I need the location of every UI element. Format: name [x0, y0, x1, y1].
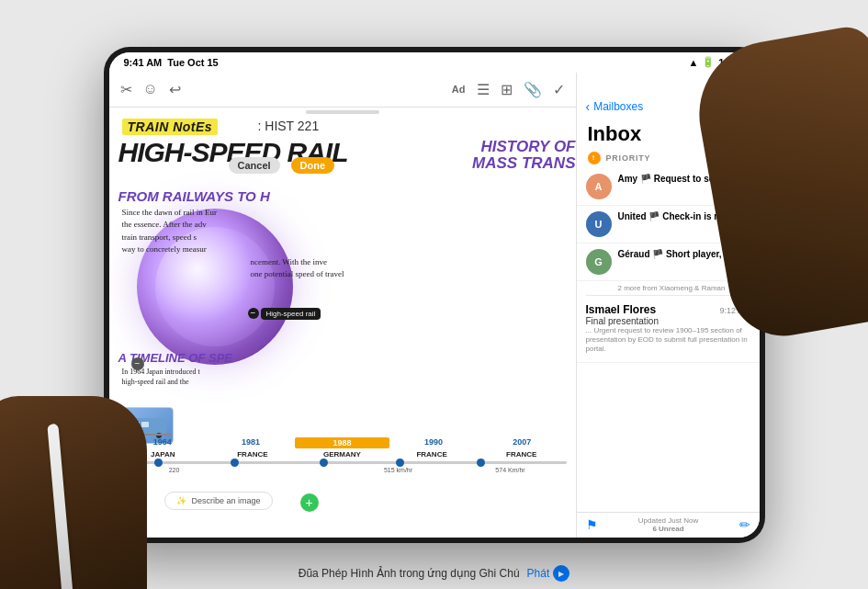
dot-2007	[477, 459, 485, 467]
play-button[interactable]: Phát ▶	[527, 565, 570, 582]
country-france3: FRANCE	[477, 450, 567, 459]
timeline-bar: 1964 1981 1988 1990 2007 JAPAN FRANCE GE…	[118, 437, 567, 473]
history-of-label: HISTORY OFMASS TRANS	[472, 139, 575, 173]
mail-item-ismael[interactable]: Ismael Flores 9:12 AM Final presentation…	[577, 296, 760, 363]
timeline-countries: JAPAN FRANCE GERMANY FRANCE FRANCE	[118, 450, 567, 459]
body-line-4: way to concretely measur	[122, 244, 207, 254]
year-1981: 1981	[207, 437, 295, 448]
status-time: 9:41 AM	[124, 57, 163, 68]
from-railways-heading: FROM RAILWAYS TO H	[118, 188, 270, 204]
priority-icon: !	[588, 152, 601, 164]
compose-button[interactable]: ✏	[739, 517, 750, 532]
status-bar: 9:41 AM Tue Oct 15 ▲ 🔋 100%	[109, 52, 760, 73]
describe-image-bar[interactable]: ✨ Describe an image	[164, 492, 273, 510]
play-label: Phát	[527, 567, 550, 580]
country-france2: FRANCE	[387, 450, 477, 459]
redo-icon[interactable]: ↩	[169, 81, 181, 98]
timeline-speeds: 220 515 km/hr 574 Km/hr	[118, 467, 567, 473]
body-line-1: Since the dawn of rail in Eur	[122, 208, 217, 217]
list-icon[interactable]: ☰	[477, 81, 490, 98]
dot-1964	[154, 459, 163, 467]
subject-ismael: Final presentation	[586, 316, 750, 326]
svg-rect-2	[141, 422, 149, 427]
task-icon[interactable]: ✓	[553, 81, 565, 98]
table-icon[interactable]: ⊞	[501, 81, 513, 98]
dot-1988	[320, 459, 328, 467]
timeline-text-2: high-speed rail and the	[122, 378, 189, 386]
home-indicator	[306, 110, 379, 114]
timeline-years: 1964 1981 1988 1990 2007	[118, 437, 567, 448]
ipad-screen: 9:41 AM Tue Oct 15 ▲ 🔋 100% ✂ ☺	[109, 52, 760, 538]
play-circle-icon: ▶	[553, 565, 569, 582]
split-view: ✂ ☺ ↩ Ad ☰ ⊞ 📎 ✓ TRAIN NotEs :	[109, 73, 760, 538]
body-line-2: the essence. After the adv	[122, 220, 207, 229]
ad-icon[interactable]: Ad	[452, 84, 466, 95]
year-1990: 1990	[389, 437, 478, 448]
paperclip-icon[interactable]: 📎	[524, 81, 542, 98]
body-line-6: one potential speed of travel	[251, 269, 344, 278]
battery-icon: 🔋	[702, 56, 715, 68]
done-button[interactable]: Done	[291, 157, 335, 174]
notes-content: TRAIN NotEs : HIST 221 HIGH-SPEED RAIL H…	[109, 108, 576, 538]
preview-ismael: ... Urgent request to review 1900–195 se…	[586, 326, 750, 355]
speed-3: 515 km/hr	[343, 467, 455, 473]
footer-unread: 6 Unread	[638, 525, 698, 533]
status-date: Tue Oct 15	[167, 57, 218, 68]
tooltip-label: High-speed rail	[261, 308, 321, 320]
ipad-device: 9:41 AM Tue Oct 15 ▲ 🔋 100% ✂ ☺	[104, 47, 765, 543]
footer-updated: Updated Just Now	[638, 516, 698, 525]
more-from-text: 2 more from Xiaomeng & Raman	[618, 284, 726, 292]
status-left: 9:41 AM Tue Oct 15	[124, 57, 219, 68]
scissors-icon[interactable]: ✂	[120, 81, 132, 98]
notes-toolbar: ✂ ☺ ↩ Ad ☰ ⊞ 📎 ✓	[109, 73, 576, 108]
priority-text: PRIORITY	[606, 153, 651, 163]
country-france1: FRANCE	[208, 450, 298, 459]
describe-label: Describe an image	[192, 496, 261, 505]
notes-panel: ✂ ☺ ↩ Ad ☰ ⊞ 📎 ✓ TRAIN NotEs :	[109, 73, 576, 538]
back-arrow-icon[interactable]: ‹	[586, 99, 591, 114]
cancel-button[interactable]: Cancel	[229, 157, 280, 174]
country-germany: GERMANY	[298, 450, 388, 459]
train-notes-label: TRAIN NotEs	[122, 119, 219, 135]
dot-1990	[396, 459, 404, 467]
caption-text: Đũa Phép Hình Ảnh trong ứng dụng Ghi Chú	[299, 567, 520, 580]
year-1988: 1988	[295, 437, 389, 448]
wifi-icon: ▲	[688, 57, 698, 68]
hand-left	[0, 396, 147, 589]
body-line-3: train transport, speed s	[122, 232, 197, 242]
dot-1981	[231, 459, 239, 467]
mailboxes-link[interactable]: Mailboxes	[593, 100, 716, 113]
year-2007: 2007	[478, 437, 566, 448]
body-text: Since the dawn of rail in Eur the essenc…	[122, 207, 563, 281]
avatar-united: U	[586, 211, 612, 237]
timeline-line	[118, 461, 567, 464]
body-line-5: ncement. With the inve	[251, 257, 327, 266]
mail-footer: ⚑ Updated Just Now 6 Unread ✏	[577, 512, 760, 538]
speed-4: 574 Km/hr	[455, 467, 567, 473]
avatar-geraud: G	[586, 249, 612, 275]
sender-ismael: Ismael Flores	[586, 303, 657, 316]
scene-wrapper: 9:41 AM Tue Oct 15 ▲ 🔋 100% ✂ ☺	[0, 0, 868, 589]
speed-2	[231, 467, 343, 473]
smiley-icon[interactable]: ☺	[143, 81, 158, 97]
minus-button[interactable]: −	[131, 357, 144, 370]
hist-label: : HIST 221	[258, 119, 320, 133]
avatar-amy: A	[586, 174, 612, 199]
sparkle-icon: ✨	[176, 496, 186, 505]
flag-filter-icon[interactable]: ⚑	[586, 517, 598, 532]
plus-button[interactable]: +	[300, 493, 319, 512]
